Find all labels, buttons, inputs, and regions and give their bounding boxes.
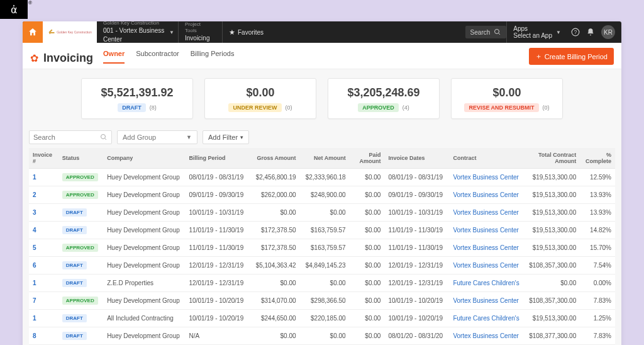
key-icon [48,28,55,36]
column-header[interactable]: Net Amount [300,148,350,169]
caret-down-icon: ▼ [556,30,561,35]
status-badge: APPROVED [62,297,98,305]
column-header[interactable]: Contract [449,148,523,169]
billing-period-cell: N/A [186,327,250,345]
svg-point-0 [495,30,499,34]
project-company-label: Golden Key Construction [103,21,167,26]
invoice-link[interactable]: 1 [33,315,36,322]
invoice-link[interactable]: 1 [33,174,36,181]
stat-pill: DRAFT [118,103,146,112]
add-group-dropdown[interactable]: Add Group ▼ [117,130,197,144]
column-header[interactable]: Invoice Dates [384,148,449,169]
column-header[interactable]: Status [58,148,103,169]
table-row[interactable]: 6 DRAFT Huey Development Group 12/01/19 … [29,257,615,274]
contract-link[interactable]: Vortex Business Center [453,297,519,304]
favorites-button[interactable]: ★ Favorites [223,21,270,43]
topbar: Golden Key Construction Golden Key Const… [23,21,621,43]
invoice-link[interactable]: 5 [33,244,36,251]
home-icon [28,27,38,37]
apps-selector[interactable]: Apps Select an App ▼ [506,21,565,43]
gross-cell: $5,104,363.42 [250,257,300,274]
pct-cell: 13.93% [580,186,615,204]
gross-cell: $244,650.00 [250,310,300,327]
table-row[interactable]: 1 DRAFT All Included Contracting 10/01/1… [29,310,615,327]
table-row[interactable]: 1 DRAFT Z.E.D Properties 12/01/19 - 12/3… [29,274,615,292]
contract-link[interactable]: Future Cares Children's [453,315,519,322]
invoice-link[interactable]: 1 [33,280,36,286]
apps-value: Select an App [513,32,552,39]
invoice-link[interactable]: 4 [33,227,36,234]
tca-cell: $19,513,300.00 [523,239,580,257]
gross-cell: $0.00 [250,274,300,292]
global-search[interactable]: Search [465,21,507,43]
tca-cell: $19,513,300.00 [523,204,580,222]
column-header[interactable]: Paid Amount [350,148,385,169]
add-filter-button[interactable]: Add Filter ▾ [203,130,249,144]
pct-cell: 12.59% [580,169,615,186]
tab-billing-periods[interactable]: Billing Periods [191,50,235,64]
contract-link[interactable]: Vortex Business Center [453,209,519,216]
contract-link[interactable]: Vortex Business Center [453,244,519,251]
avatar[interactable]: KR [601,25,615,39]
contract-link[interactable]: Vortex Business Center [453,262,519,269]
contract-link[interactable]: Vortex Business Center [453,227,519,234]
table-row[interactable]: 4 DRAFT Huey Development Group 11/01/19 … [29,222,615,239]
stat-card[interactable]: $0.00 REVISE AND RESUBMIT (0) [451,78,563,119]
stat-card[interactable]: $5,521,391.92 DRAFT (8) [81,78,193,119]
paid-cell: $0.00 [350,292,385,310]
contract-link[interactable]: Vortex Business Center [453,191,519,198]
column-header[interactable]: Gross Amount [250,148,300,169]
table-row[interactable]: 5 APPROVED Huey Development Group 11/01/… [29,239,615,257]
invoice-link[interactable]: 3 [33,209,36,216]
company-cell: Huey Development Group [103,186,185,204]
status-badge: DRAFT [62,226,87,234]
project-selector[interactable]: Golden Key Construction 001 - Vortex Bus… [97,21,179,43]
search-input[interactable] [33,133,96,141]
company-logo[interactable]: Golden Key Construction [43,21,97,43]
gear-icon[interactable]: ✿ [30,52,38,64]
column-header[interactable]: Total Contract Amount [523,148,580,169]
contract-link[interactable]: Vortex Business Center [453,332,519,339]
invoice-link[interactable]: 8 [33,332,36,339]
invoice-link[interactable]: 6 [33,262,36,269]
stat-amount: $3,205,248.69 [333,86,434,99]
dates-cell: 08/01/19 - 08/31/19 [384,169,449,186]
tab-owner[interactable]: Owner [103,50,125,64]
favorites-label: Favorites [238,29,264,36]
column-header[interactable]: Invoice # [29,148,58,169]
stat-count: (8) [150,105,157,111]
contract-link[interactable]: Future Cares Children's [453,280,519,286]
column-header[interactable]: % Complete [580,148,615,169]
status-badge: DRAFT [62,314,87,322]
contract-link[interactable]: Vortex Business Center [453,174,519,181]
billing-period-cell: 09/01/19 - 09/30/19 [186,186,250,204]
stat-card[interactable]: $3,205,248.69 APPROVED (4) [328,78,440,119]
bell-icon[interactable] [586,28,595,37]
tools-selector[interactable]: Project Tools Invoicing [179,21,223,43]
invoice-link[interactable]: 7 [33,297,36,304]
table-row[interactable]: 7 APPROVED Huey Development Group 10/01/… [29,292,615,310]
table-row[interactable]: 2 APPROVED Huey Development Group 09/01/… [29,186,615,204]
table-row[interactable]: 1 APPROVED Huey Development Group 08/01/… [29,169,615,186]
table-row[interactable]: 3 DRAFT Huey Development Group 10/01/19 … [29,204,615,222]
invoice-link[interactable]: 2 [33,191,36,198]
company-cell: Z.E.D Properties [103,274,185,292]
column-header[interactable]: Billing Period [186,148,250,169]
search-input-wrapper[interactable] [29,130,112,144]
pct-cell: 7.83% [580,292,615,310]
stat-card[interactable]: $0.00 UNDER REVIEW (0) [204,78,316,119]
gross-cell: $2,456,800.19 [250,169,300,186]
svg-line-1 [499,33,501,35]
tab-subcontractor[interactable]: Subcontractor [136,50,179,64]
search-placeholder: Search [470,29,491,36]
status-badge: DRAFT [62,332,87,340]
home-button[interactable] [23,21,43,43]
billing-period-cell: 11/01/19 - 11/30/19 [186,222,250,239]
paid-cell: $0.00 [350,310,385,327]
create-billing-period-button[interactable]: ＋ Create Billing Period [529,48,614,65]
help-icon[interactable]: ? [571,28,580,37]
column-header[interactable]: Company [103,148,185,169]
pct-cell: 7.83% [580,327,615,345]
table-row[interactable]: 8 DRAFT Huey Development Group N/A $0.00… [29,327,615,345]
stat-count: (4) [402,105,409,111]
